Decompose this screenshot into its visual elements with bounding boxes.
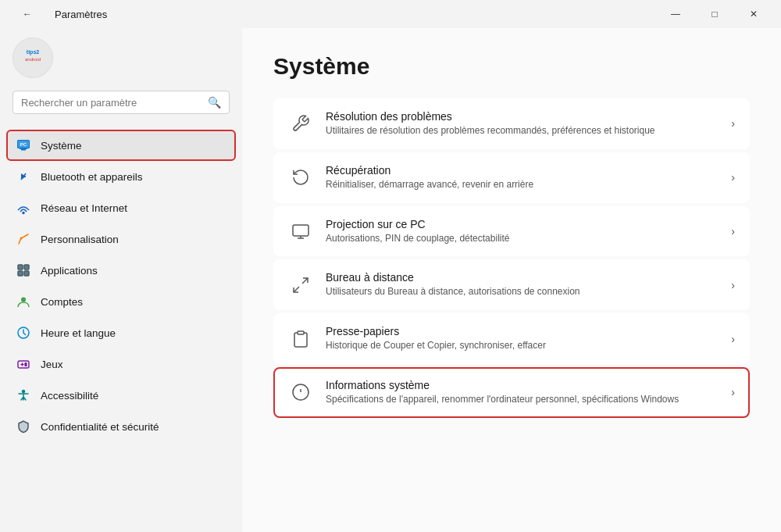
svg-rect-10 bbox=[18, 265, 23, 270]
avatar: tips2 android bbox=[12, 37, 53, 78]
sidebar-item-accessibilite[interactable]: Accessibilité bbox=[6, 380, 236, 411]
svg-point-18 bbox=[25, 365, 27, 366]
svg-rect-25 bbox=[298, 331, 304, 334]
settings-item-text-presse-papiers: Presse-papiersHistorique de Couper et Co… bbox=[326, 325, 723, 352]
sidebar-item-label-perso: Personnalisation bbox=[41, 234, 119, 245]
bluetooth-icon bbox=[16, 169, 31, 184]
settings-item-desc-informations: Spécifications de l'appareil, renommer l… bbox=[326, 393, 723, 406]
settings-item-desc-recuperation: Réinitialiser, démarrage avancé, revenir… bbox=[326, 178, 723, 191]
bureau-distance-icon bbox=[288, 273, 313, 298]
svg-line-24 bbox=[294, 287, 299, 292]
settings-item-desc-projection: Autorisations, PIN de couplage, détectab… bbox=[326, 232, 723, 245]
minimize-button[interactable]: — bbox=[658, 3, 694, 25]
sidebar-top: tips2 android 🔍 bbox=[0, 28, 242, 127]
settings-item-text-resolution: Résolution des problèmesUtilitaires de r… bbox=[326, 110, 723, 137]
settings-list: Résolution des problèmesUtilitaires de r… bbox=[273, 98, 750, 418]
main-layout: tips2 android 🔍 PC Système Bluetooth et … bbox=[0, 28, 781, 532]
svg-point-9 bbox=[20, 237, 23, 240]
back-button[interactable]: ← bbox=[9, 3, 45, 25]
settings-item-desc-presse-papiers: Historique de Couper et Copier, synchron… bbox=[326, 339, 723, 352]
sidebar-item-applications[interactable]: Applications bbox=[6, 255, 236, 286]
resolution-icon bbox=[288, 111, 313, 136]
sidebar-item-label-confidentialite: Confidentialité et sécurité bbox=[41, 421, 159, 433]
svg-text:PC: PC bbox=[20, 142, 27, 147]
settings-item-title-recuperation: Récupération bbox=[326, 164, 723, 177]
settings-item-text-bureau-distance: Bureau à distanceUtilisateurs du Bureau … bbox=[326, 271, 723, 298]
title-bar: ← Paramètres — □ ✕ bbox=[0, 0, 781, 28]
sidebar-item-label-systeme: Système bbox=[41, 140, 82, 152]
settings-item-recuperation[interactable]: RécupérationRéinitialiser, démarrage ava… bbox=[273, 152, 750, 203]
settings-item-title-projection: Projection sur ce PC bbox=[326, 218, 723, 230]
systeme-icon: PC bbox=[16, 137, 31, 153]
comptes-icon bbox=[16, 294, 31, 309]
svg-rect-12 bbox=[18, 271, 23, 276]
close-button[interactable]: ✕ bbox=[736, 3, 772, 25]
sidebar-item-reseau[interactable]: Réseau et Internet bbox=[6, 192, 236, 223]
settings-item-resolution[interactable]: Résolution des problèmesUtilitaires de r… bbox=[273, 98, 750, 149]
nav-section: PC Système Bluetooth et appareils Réseau… bbox=[0, 127, 242, 445]
chevron-right-icon: › bbox=[731, 171, 735, 184]
search-input[interactable] bbox=[21, 97, 201, 109]
title-bar-left: ← Paramètres bbox=[9, 3, 107, 25]
projection-icon bbox=[288, 219, 313, 244]
sidebar-item-label-heure: Heure et langue bbox=[41, 327, 116, 339]
svg-rect-13 bbox=[24, 271, 29, 276]
settings-item-text-informations: Informations systèmeSpécifications de l'… bbox=[326, 379, 723, 406]
settings-item-bureau-distance[interactable]: Bureau à distanceUtilisateurs du Bureau … bbox=[273, 259, 750, 310]
settings-item-title-presse-papiers: Presse-papiers bbox=[326, 325, 723, 337]
chevron-right-icon: › bbox=[731, 117, 735, 130]
informations-icon bbox=[288, 380, 313, 405]
sidebar-item-jeux[interactable]: Jeux bbox=[6, 348, 236, 380]
settings-item-presse-papiers[interactable]: Presse-papiersHistorique de Couper et Co… bbox=[273, 313, 750, 364]
svg-point-19 bbox=[23, 391, 25, 393]
settings-item-projection[interactable]: Projection sur ce PCAutorisations, PIN d… bbox=[273, 206, 750, 257]
page-title: Système bbox=[273, 53, 750, 80]
search-icon: 🔍 bbox=[208, 96, 221, 109]
svg-line-23 bbox=[302, 278, 308, 284]
content-area: Système Résolution des problèmesUtilitai… bbox=[242, 28, 781, 532]
sidebar-item-label-comptes: Comptes bbox=[41, 296, 83, 308]
sidebar: tips2 android 🔍 PC Système Bluetooth et … bbox=[0, 28, 242, 532]
sidebar-item-confidentialite[interactable]: Confidentialité et sécurité bbox=[6, 411, 236, 442]
settings-item-text-recuperation: RécupérationRéinitialiser, démarrage ava… bbox=[326, 164, 723, 191]
sidebar-item-heure[interactable]: Heure et langue bbox=[6, 317, 236, 348]
avatar-area: tips2 android bbox=[12, 37, 230, 78]
sidebar-item-label-jeux: Jeux bbox=[41, 359, 63, 370]
sidebar-item-perso[interactable]: Personnalisation bbox=[6, 223, 236, 255]
svg-point-14 bbox=[21, 298, 26, 302]
window-controls: — □ ✕ bbox=[658, 3, 772, 25]
settings-item-text-projection: Projection sur ce PCAutorisations, PIN d… bbox=[326, 218, 723, 245]
sidebar-item-comptes[interactable]: Comptes bbox=[6, 286, 236, 317]
chevron-right-icon: › bbox=[731, 386, 735, 398]
search-box[interactable]: 🔍 bbox=[12, 91, 230, 114]
sidebar-item-label-bluetooth: Bluetooth et appareils bbox=[41, 171, 143, 183]
settings-item-informations[interactable]: Informations systèmeSpécifications de l'… bbox=[273, 367, 750, 418]
sidebar-item-label-reseau: Réseau et Internet bbox=[41, 202, 127, 214]
confidentialite-icon bbox=[16, 419, 31, 434]
chevron-right-icon: › bbox=[731, 279, 735, 291]
presse-papiers-icon bbox=[288, 327, 313, 352]
svg-rect-5 bbox=[21, 149, 26, 151]
sidebar-item-label-applications: Applications bbox=[41, 265, 98, 277]
settings-item-title-informations: Informations système bbox=[326, 379, 723, 391]
avatar-logo: tips2 android bbox=[17, 41, 48, 75]
svg-rect-11 bbox=[24, 265, 29, 270]
jeux-icon bbox=[16, 356, 31, 372]
svg-rect-6 bbox=[20, 148, 27, 149]
recuperation-icon bbox=[288, 165, 313, 190]
svg-point-8 bbox=[23, 212, 24, 214]
maximize-button[interactable]: □ bbox=[697, 3, 733, 25]
chevron-right-icon: › bbox=[731, 225, 735, 237]
svg-rect-20 bbox=[293, 225, 308, 236]
svg-text:android: android bbox=[25, 57, 41, 62]
sidebar-item-bluetooth[interactable]: Bluetooth et appareils bbox=[6, 161, 236, 192]
settings-item-title-resolution: Résolution des problèmes bbox=[326, 110, 723, 123]
perso-icon bbox=[16, 231, 31, 247]
chevron-right-icon: › bbox=[731, 333, 735, 345]
applications-icon bbox=[16, 262, 31, 278]
heure-icon bbox=[16, 325, 31, 341]
settings-item-desc-bureau-distance: Utilisateurs du Bureau à distance, autor… bbox=[326, 285, 723, 298]
reseau-icon bbox=[16, 200, 31, 216]
sidebar-item-systeme[interactable]: PC Système bbox=[6, 130, 236, 161]
svg-text:tips2: tips2 bbox=[27, 49, 39, 55]
